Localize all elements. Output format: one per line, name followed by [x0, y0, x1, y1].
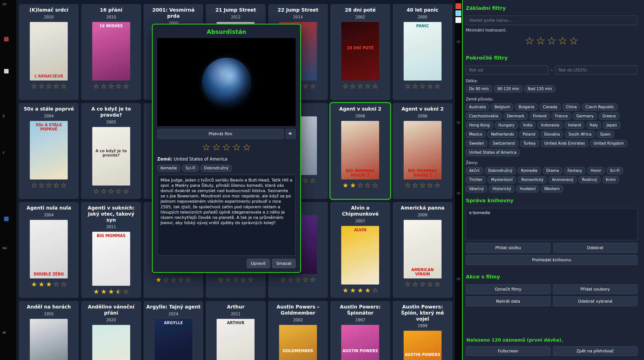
- country-chip[interactable]: Poland: [519, 131, 539, 138]
- star-icon[interactable]: ☆: [108, 83, 114, 90]
- movie-card[interactable]: (K)lamač srdcí2010L'ARNACŒUR☆☆☆☆☆: [19, 4, 79, 100]
- movie-rating-stars[interactable]: ☆☆☆☆☆: [217, 276, 254, 283]
- star-icon[interactable]: ☆: [31, 182, 37, 189]
- year-to-input[interactable]: [555, 65, 638, 75]
- star-icon[interactable]: ☆: [295, 276, 301, 283]
- genre-chip[interactable]: Komedie: [157, 165, 180, 172]
- star-icon[interactable]: ★: [357, 287, 363, 294]
- country-chip[interactable]: United States of America: [466, 149, 520, 156]
- star-icon[interactable]: ☆: [61, 83, 66, 90]
- load-data-button[interactable]: Nahrát data: [466, 296, 550, 306]
- star-icon[interactable]: ☆: [123, 83, 129, 90]
- country-chip[interactable]: Japan: [603, 122, 620, 129]
- genre-chip[interactable]: Sci-Fi: [182, 165, 199, 172]
- star-icon[interactable]: ☆: [405, 83, 411, 90]
- library-folder-item[interactable]: e:\komedie: [468, 210, 635, 216]
- star-icon[interactable]: ☆: [372, 287, 378, 294]
- star-icon[interactable]: ☆: [536, 36, 545, 46]
- star-icon[interactable]: ★☆: [116, 288, 121, 295]
- star-icon[interactable]: ☆: [350, 83, 356, 90]
- star-icon[interactable]: ☆: [93, 188, 99, 195]
- star-icon[interactable]: ★: [108, 288, 114, 295]
- star-icon[interactable]: ☆: [31, 83, 37, 90]
- year-from-input[interactable]: [466, 65, 548, 75]
- star-icon[interactable]: ☆: [434, 83, 440, 90]
- star-icon[interactable]: ☆: [38, 83, 44, 90]
- genre-chip[interactable]: Sci-Fi: [607, 167, 623, 174]
- genre-chip[interactable]: Historický: [489, 185, 514, 192]
- country-chip[interactable]: Sweden: [466, 140, 487, 147]
- star-icon[interactable]: ★: [365, 287, 371, 294]
- star-icon[interactable]: ☆: [310, 276, 316, 283]
- genre-chip[interactable]: Rodinný: [579, 176, 601, 183]
- star-icon[interactable]: ☆: [247, 276, 253, 283]
- star-icon[interactable]: ☆: [412, 83, 418, 90]
- star-icon[interactable]: ★: [350, 182, 356, 189]
- genre-chip[interactable]: Drama: [543, 167, 562, 174]
- movie-card[interactable]: 28 dní poté200228 DNÍ POTÉ☆☆☆☆☆: [330, 4, 390, 100]
- star-icon[interactable]: ☆: [185, 276, 191, 283]
- star-icon[interactable]: ☆: [420, 182, 425, 189]
- genre-chip[interactable]: Komedie: [518, 167, 541, 174]
- star-icon[interactable]: ☆: [46, 182, 52, 189]
- genre-chip[interactable]: Válečný: [466, 185, 487, 192]
- movie-rating-stars[interactable]: ★★★★☆: [342, 287, 379, 294]
- country-chip[interactable]: Ireland: [565, 122, 584, 129]
- star-icon[interactable]: ☆: [365, 182, 371, 189]
- modal-rating-stars[interactable]: ☆☆☆☆☆: [157, 142, 296, 152]
- star-icon[interactable]: ☆: [218, 276, 224, 283]
- background-window-button[interactable]: [455, 17, 461, 23]
- country-chip[interactable]: Australia: [466, 104, 489, 111]
- country-chip[interactable]: Spain: [597, 131, 614, 138]
- movie-rating-stars[interactable]: ☆☆☆☆☆: [404, 83, 441, 90]
- remove-folder-button[interactable]: Odebrat: [553, 243, 638, 253]
- country-chip[interactable]: Mexico: [466, 131, 486, 138]
- star-icon[interactable]: ☆: [434, 281, 440, 288]
- fullscreen-button[interactable]: Fullscreen: [466, 346, 550, 356]
- star-icon[interactable]: ☆: [101, 83, 107, 90]
- star-icon[interactable]: ☆: [342, 83, 348, 90]
- edit-button[interactable]: Upravit: [247, 259, 270, 268]
- star-icon[interactable]: ☆: [434, 182, 440, 189]
- genre-chip[interactable]: Dobrodružný: [201, 165, 232, 172]
- star-icon[interactable]: ☆: [303, 83, 308, 90]
- country-chip[interactable]: Italy: [586, 122, 601, 129]
- back-to-player-button[interactable]: Zpět na přehrávač: [553, 346, 638, 356]
- movie-card[interactable]: Agent v sukni 22006BIG MOMMAS HOUSE 2☆☆☆…: [393, 103, 452, 199]
- star-icon[interactable]: ☆: [558, 36, 567, 46]
- star-icon[interactable]: ☆: [240, 276, 246, 283]
- length-chip[interactable]: Nad 120 min: [524, 85, 555, 92]
- star-icon[interactable]: ☆: [372, 182, 378, 189]
- movie-rating-stars[interactable]: ☆☆☆☆☆: [342, 83, 379, 90]
- star-icon[interactable]: ☆: [420, 281, 425, 288]
- star-icon[interactable]: ★: [31, 281, 37, 288]
- star-icon[interactable]: ☆: [405, 281, 411, 288]
- star-icon[interactable]: ☆: [170, 276, 176, 283]
- genre-chip[interactable]: Animovaný: [549, 176, 577, 183]
- star-icon[interactable]: ★: [342, 182, 348, 189]
- country-chip[interactable]: Turkey: [520, 140, 539, 147]
- movie-rating-stars[interactable]: ☆☆☆☆☆: [93, 83, 130, 90]
- country-chip[interactable]: Netherlands: [488, 131, 517, 138]
- scan-library-button[interactable]: Prohledat knihovnu: [466, 255, 637, 265]
- genre-chip[interactable]: Hudební: [516, 185, 539, 192]
- background-window-button[interactable]: [455, 10, 461, 16]
- star-icon[interactable]: ☆: [116, 188, 121, 195]
- genre-chip[interactable]: Akční: [466, 167, 483, 174]
- delete-button[interactable]: Smazat: [272, 259, 296, 268]
- movie-rating-stars[interactable]: ☆☆☆☆☆: [404, 281, 441, 288]
- star-icon[interactable]: ☆: [412, 281, 418, 288]
- country-chip[interactable]: United Arab Emirates: [541, 140, 588, 147]
- star-icon[interactable]: ☆: [427, 182, 433, 189]
- star-icon[interactable]: ☆: [412, 182, 418, 189]
- movie-card[interactable]: 50x a stále poprvé200450x A STÁLE POPRVÉ…: [19, 103, 79, 199]
- add-folder-button[interactable]: Přidat složku: [466, 243, 550, 253]
- star-icon[interactable]: ☆: [116, 83, 121, 90]
- star-icon[interactable]: ☆: [310, 83, 316, 90]
- star-icon[interactable]: ☆: [357, 182, 363, 189]
- genre-chip[interactable]: Fantasy: [564, 167, 585, 174]
- min-rating-stars[interactable]: ☆☆☆☆☆: [466, 36, 637, 46]
- star-icon[interactable]: ☆: [303, 177, 308, 184]
- background-window-button[interactable]: [455, 3, 461, 9]
- star-icon[interactable]: ☆: [288, 276, 293, 283]
